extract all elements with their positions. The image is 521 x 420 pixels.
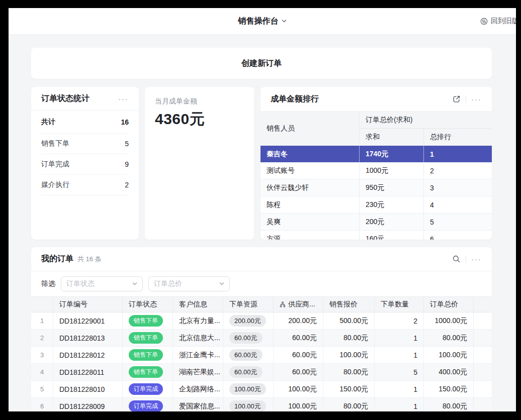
status-badge: 销售下单 <box>129 349 163 360</box>
chevron-down-icon <box>219 282 224 286</box>
column-header-qty[interactable]: 下单数量 <box>375 297 424 312</box>
spacer-cell <box>474 347 492 363</box>
ranking-row[interactable]: 陈程230元4 <box>260 196 492 214</box>
quote-cell: 80.00元 <box>323 330 375 346</box>
resource-cell: 60.00元 <box>223 330 274 346</box>
row-number-cell: 4 <box>31 364 53 380</box>
ranking-rank-cell: 5 <box>424 214 492 230</box>
status-stat-row: 共计16 <box>41 111 129 134</box>
order-status-filter-select[interactable]: 订单状态 <box>61 276 143 291</box>
column-header-total[interactable]: 订单总价 <box>424 297 474 312</box>
resource-cell: 60.00元 <box>223 364 274 380</box>
chevron-down-icon <box>282 19 287 23</box>
customer-cell: 爱国家信息... <box>173 398 223 411</box>
order-status-cell: 订单完成 <box>123 381 173 397</box>
order-no-cell: DD181228012 <box>53 347 123 363</box>
column-header-resource[interactable]: 下单资源 <box>223 297 274 312</box>
ranking-row[interactable]: 伙伴云魏少轩950元3 <box>260 179 492 196</box>
ranking-row[interactable]: 方源160元6 <box>260 231 492 240</box>
stat-label: 媒介执行 <box>41 180 69 189</box>
ranking-row[interactable]: 秦吉冬1740元1 <box>260 146 492 162</box>
row-number-cell: 2 <box>31 330 53 346</box>
resource-pill: 100.00元 <box>229 400 266 411</box>
open-in-new-icon[interactable] <box>453 95 461 103</box>
create-order-label: 创建新订单 <box>241 58 282 69</box>
order-status-stats-card: 订单状态统计 ··· 共计16销售下单5订单完成9媒介执行2 <box>31 87 139 240</box>
ranking-rank-cell: 2 <box>424 162 492 179</box>
customer-cell: 湖南芒果娱... <box>173 364 223 380</box>
qty-cell: 1 <box>375 330 424 346</box>
stat-value: 2 <box>125 181 129 189</box>
table-row[interactable]: 6DD181228009订单完成爱国家信息...100.00元100.00元80… <box>31 398 492 411</box>
order-status-cell: 销售下单 <box>123 347 173 363</box>
resource-cell: 100.00元 <box>223 398 274 411</box>
supplier-price-cell: 60.00元 <box>274 347 323 363</box>
spacer-cell <box>474 330 492 346</box>
total-cell: 1000.00元 <box>424 312 474 329</box>
spacer-cell <box>474 381 492 397</box>
ranking-row[interactable]: 测试账号1000元2 <box>260 162 492 179</box>
supplier-price-cell: 100.00元 <box>274 398 323 411</box>
ranking-rank-cell: 6 <box>424 231 492 240</box>
column-header-rank: 总排行 <box>424 129 492 146</box>
resource-pill: 100.00元 <box>229 383 266 395</box>
more-icon[interactable]: ··· <box>118 95 129 102</box>
ranking-person-cell: 伙伴云魏少轩 <box>260 179 360 196</box>
orders-table-header: 订单编号 订单状态 客户信息 下单资源 供应商... 销售报价 下单数量 订单总… <box>31 296 492 312</box>
card-title: 我的订单 <box>41 254 73 264</box>
resource-cell: 200.00元 <box>223 312 274 329</box>
table-row[interactable]: 4DD181228011销售下单湖南芒果娱...60.00元60.00元80.0… <box>31 364 492 381</box>
customer-cell: 浙江金鹰卡... <box>173 347 223 363</box>
ranking-person-cell: 测试账号 <box>260 162 360 179</box>
search-icon[interactable] <box>452 255 461 263</box>
table-row[interactable]: 2DD181228013销售下单北京信息大...60.00元60.00元80.0… <box>31 330 492 347</box>
ranking-sum-cell: 1000元 <box>360 162 424 179</box>
stat-label: 共计 <box>41 118 55 127</box>
quote-cell: 80.00元 <box>323 398 375 411</box>
resource-cell: 60.00元 <box>223 347 274 363</box>
workspace-switcher[interactable]: 销售操作台 <box>9 8 516 34</box>
column-header-order-no[interactable]: 订单编号 <box>53 297 123 312</box>
page-title: 销售操作台 <box>238 16 279 27</box>
column-header-customer[interactable]: 客户信息 <box>173 297 223 312</box>
supplier-price-cell: 60.00元 <box>274 364 323 380</box>
table-row[interactable]: 5DD181228010订单完成企划路网络...100.00元100.00元15… <box>31 381 492 398</box>
order-no-cell: DD181228010 <box>53 381 123 397</box>
column-header-order-status[interactable]: 订单状态 <box>123 297 173 312</box>
ranking-row[interactable]: 吴爽200元5 <box>260 214 492 231</box>
create-order-button[interactable]: 创建新订单 <box>31 48 492 79</box>
total-cell: 150.00元 <box>424 381 474 397</box>
table-row[interactable]: 3DD181228012销售下单浙江金鹰卡...60.00元60.00元100.… <box>31 347 492 364</box>
total-cell: 400.00元 <box>424 364 474 380</box>
column-header-sum: 求和 <box>360 129 424 146</box>
back-to-old-version-link[interactable]: 回到旧版 <box>480 8 516 34</box>
order-no-cell: DD181228013 <box>53 330 123 346</box>
amount-label: 当月成单金额 <box>155 97 244 106</box>
customer-cell: 北京有力量... <box>173 312 223 329</box>
column-header-total-sum: 订单总价(求和) <box>360 112 492 129</box>
order-status-cell: 销售下单 <box>123 312 173 329</box>
column-header-supplier[interactable]: 供应商... <box>274 297 323 312</box>
stat-label: 销售下单 <box>41 139 69 148</box>
total-cell: 100.00元 <box>424 347 474 363</box>
table-row[interactable]: 1DD181229001销售下单北京有力量...200.00元200.00元50… <box>31 312 492 330</box>
orders-count: 共 16 条 <box>77 255 102 264</box>
column-header-quote[interactable]: 销售报价 <box>323 297 375 312</box>
more-icon[interactable]: ··· <box>471 95 482 103</box>
order-total-filter-select[interactable]: 订单总价 <box>148 276 230 291</box>
more-icon[interactable]: ··· <box>471 255 482 263</box>
supplier-price-cell: 200.00元 <box>274 312 323 329</box>
quote-cell: 100.00元 <box>323 347 375 363</box>
status-badge: 订单完成 <box>129 400 163 411</box>
customer-cell: 北京信息大... <box>173 330 223 346</box>
resource-pill: 200.00元 <box>229 315 266 327</box>
row-number-cell: 1 <box>31 312 53 329</box>
qty-cell: 1 <box>375 347 424 363</box>
ranking-person-cell: 吴爽 <box>260 214 360 230</box>
stat-value: 9 <box>125 160 129 168</box>
customer-cell: 企划路网络... <box>173 381 223 397</box>
row-number-cell: 3 <box>31 347 53 363</box>
filter-bar: 筛选 订单状态 订单总价 <box>31 271 492 296</box>
ranking-person-cell: 方源 <box>260 231 360 240</box>
card-title: 成单金额排行 <box>271 94 319 104</box>
